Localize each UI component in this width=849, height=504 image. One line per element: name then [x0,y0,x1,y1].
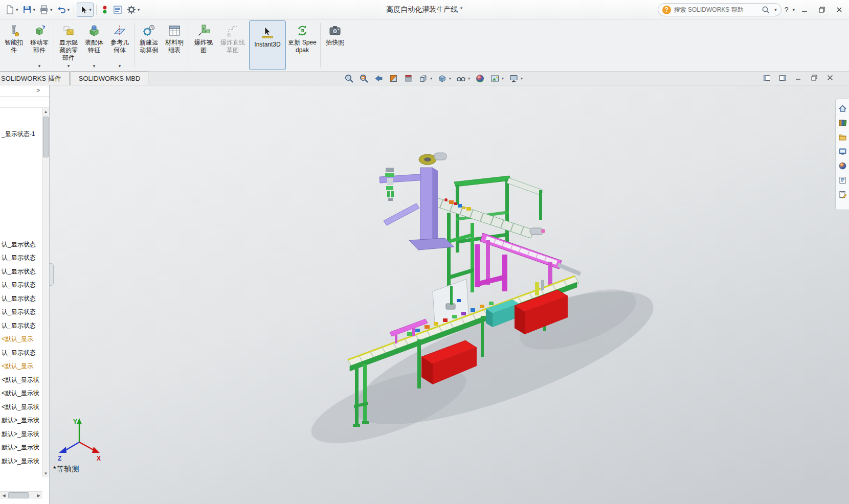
forum-icon[interactable] [838,190,847,199]
tab-band: SOLIDWORKS 插件 SOLIDWORKS MBD ▾ ▾ ▾ ▾ ▾ [0,72,849,85]
pane-right-icon[interactable] [778,73,787,82]
tree-item[interactable]: 认_显示状态 [0,265,42,279]
dropdown-caret[interactable]: ▾ [774,7,777,12]
annotation-view-icon[interactable] [403,73,413,83]
home-icon[interactable] [838,104,847,113]
bill-of-materials-button[interactable]: 材料明细表 [162,20,187,70]
dropdown-caret[interactable]: ▾ [502,76,504,81]
view-orientation-icon[interactable] [418,73,428,83]
display-style-icon[interactable] [437,73,447,83]
assembly-features-button[interactable]: 装配体特征 ▾ [81,20,107,70]
dropdown-caret[interactable]: ▾ [68,63,70,68]
scroll-down-arrow[interactable]: ▼ [42,470,49,477]
tree-item[interactable]: 默认>_显示状 [0,427,42,441]
scrollbar-thumb[interactable] [8,492,29,498]
dropdown-caret[interactable]: ▾ [449,76,451,81]
instant3d-button[interactable]: Instant3D [249,20,286,70]
tree-item[interactable]: _显示状态-1 [0,127,42,141]
dropdown-caret[interactable]: ▾ [89,7,92,12]
graphics-viewport[interactable]: Y X Z *等轴测 [50,85,849,504]
save-button[interactable]: ▾ [20,3,37,17]
tree-item[interactable]: <默认_显示状 [0,373,42,387]
tree-item[interactable]: 认_显示状态 [0,319,42,333]
selection-toggle-button[interactable] [99,3,110,17]
design-library-icon[interactable] [838,118,847,127]
exploded-view-button[interactable]: 爆炸视图 [191,20,216,70]
select-tool-button[interactable]: ▾ [77,3,94,17]
dropdown-caret[interactable]: ▾ [38,63,41,68]
assembly-model[interactable] [50,85,849,504]
dropdown-caret[interactable]: ▾ [430,76,432,81]
show-hidden-components-button[interactable]: 显示隐藏的零部件 ▾ [56,20,81,70]
custom-properties-icon[interactable] [838,175,847,185]
dropdown-caret[interactable]: ▾ [138,7,140,12]
view-settings-icon[interactable] [508,73,519,83]
file-explorer-icon[interactable] [838,132,847,142]
update-speedpak-button[interactable]: 更新 Speedpak [286,20,319,70]
tab-solidworks-mbd[interactable]: SOLIDWORKS MBD [71,72,149,85]
search-input[interactable] [674,6,758,13]
appearances-icon[interactable] [838,161,847,170]
view-palette-icon[interactable] [838,147,847,156]
zoom-area-icon[interactable] [359,73,369,83]
panel-expand-arrow[interactable]: > [36,87,40,94]
minimize-icon[interactable] [794,73,803,82]
help-circle-icon[interactable]: ? [662,6,671,14]
tree-item[interactable]: 认_显示状态 [0,346,42,360]
close-icon[interactable] [825,73,835,82]
new-document-button[interactable]: ▾ [3,3,20,17]
section-view-icon[interactable] [388,73,398,83]
tree-vertical-scrollbar[interactable]: ▲ ▼ [42,108,49,477]
settings-button[interactable]: ▾ [125,3,142,17]
panel-splitter-handle[interactable] [49,263,54,286]
maximize-button[interactable] [814,3,830,17]
tree-item[interactable]: 认_显示状态 [0,306,42,319]
close-icon [836,7,842,13]
dropdown-caret[interactable]: ▾ [33,7,36,12]
tree-item[interactable]: 默认>_显示状 [0,441,42,455]
take-snapshot-button[interactable]: 拍快照 [322,20,348,70]
apply-scene-icon[interactable] [489,73,500,83]
dropdown-caret[interactable]: ▾ [68,7,70,12]
scrollbar-thumb[interactable] [43,117,49,157]
minimize-button[interactable] [797,3,812,17]
previous-view-icon[interactable] [373,73,384,83]
close-button[interactable] [832,3,847,17]
tab-solidworks-addins[interactable]: SOLIDWORKS 插件 [0,72,70,85]
tree-item[interactable]: <默认_显示 [0,360,42,374]
tree-item[interactable]: 默认>_显示状 [0,454,42,468]
zoom-fit-icon[interactable] [344,73,354,83]
new-motion-study-button[interactable]: 新建运动算例 [136,20,162,70]
print-button[interactable]: ▾ [37,3,54,17]
dropdown-caret[interactable]: ▾ [468,76,470,81]
dropdown-caret[interactable]: ▾ [50,7,53,12]
tree-item[interactable]: 认_显示状态 [0,251,42,265]
dropdown-caret[interactable]: ▾ [119,63,121,68]
smart-fasteners-button[interactable]: 智能扣件 [1,20,27,70]
tree-item[interactable]: <默认_显示 [0,333,42,347]
help-button[interactable]: ? [784,6,790,14]
dropdown-caret[interactable]: ▾ [792,7,795,12]
tree-item[interactable]: 默认>_显示状 [0,414,42,428]
scroll-left-arrow[interactable]: ◀ [0,492,8,499]
dropdown-caret[interactable]: ▾ [521,76,523,81]
reference-geometry-button[interactable]: 参考几何体 ▾ [107,20,132,70]
tree-item[interactable]: 认_显示状态 [0,292,42,306]
tree-item[interactable]: 认_显示状态 [0,238,42,251]
edit-appearance-icon[interactable] [475,73,485,83]
restore-icon[interactable] [810,73,819,82]
pane-left-icon[interactable] [762,73,771,82]
dropdown-caret[interactable]: ▾ [93,63,96,68]
search-icon[interactable] [762,6,770,14]
scroll-right-arrow[interactable]: ▶ [35,492,42,499]
dropdown-caret[interactable]: ▾ [16,7,18,12]
move-component-button[interactable]: 移动零部件 ▾ [27,20,52,70]
options-list-button[interactable] [111,3,124,17]
tree-item[interactable]: <默认_显示状 [0,400,42,414]
tree-horizontal-scrollbar[interactable]: ◀ ▶ [0,491,42,499]
scroll-up-arrow[interactable]: ▲ [42,108,49,116]
tree-item[interactable]: 认_显示状态 [0,279,42,292]
hide-show-items-icon[interactable] [456,73,466,83]
undo-button[interactable]: ▾ [55,3,72,17]
tree-item[interactable]: <默认_显示状 [0,387,42,401]
